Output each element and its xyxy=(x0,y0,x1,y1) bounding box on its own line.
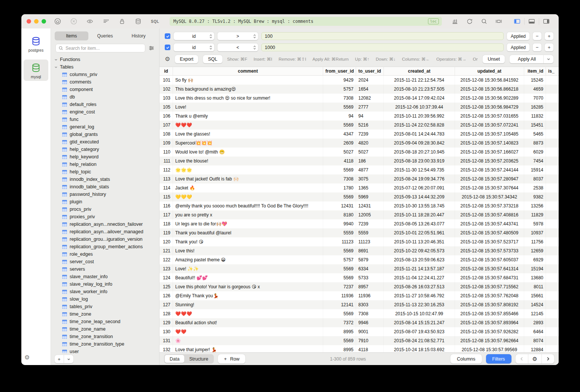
cell-updated_at[interactable]: 2015-12-08 15:30:57.031655 xyxy=(455,112,524,121)
cell-item_id[interactable]: 11829 xyxy=(524,210,546,219)
previous-page-button[interactable] xyxy=(516,354,528,364)
cell-to_user_id[interactable]: 9001 xyxy=(356,327,384,336)
cell-created_at[interactable]: 2015-08-14 15:15:21.247 xyxy=(384,318,455,327)
cell-comment[interactable]: ❤️❤️ xyxy=(173,327,323,336)
cell-updated_at[interactable]: 2015-12-08 15:30:57.523717 xyxy=(455,237,524,246)
sidebar-table-item[interactable]: comments xyxy=(51,78,159,86)
cell-id[interactable]: 108 xyxy=(160,130,173,139)
cell-from_user_id[interactable]: 5569 xyxy=(323,165,356,174)
cell-id[interactable]: 120 xyxy=(160,237,173,246)
sidebar-table-item[interactable]: gtid_executed xyxy=(51,138,159,146)
cell-item_id[interactable]: 2538 xyxy=(524,183,546,192)
cell-comment[interactable]: you are so pretty x xyxy=(173,210,323,219)
cell-created_at[interactable]: 2015-10-11 20:39:56.992 xyxy=(384,112,455,121)
table-row[interactable]: 103Love this dress so much 😍 so nice for… xyxy=(160,94,559,103)
table-row[interactable]: 122Amazing pastel theme 😁575758792015-08… xyxy=(160,255,559,264)
tab-structure[interactable]: Structure xyxy=(184,355,213,363)
lock-icon[interactable] xyxy=(119,18,125,25)
table-row[interactable]: 119Thank you beautiful @laurel5559555920… xyxy=(160,228,559,237)
cell-item_id[interactable]: 12145 xyxy=(524,309,546,318)
cell-comment[interactable]: Love this! xyxy=(173,246,323,255)
cell-from_user_id[interactable]: 4118 xyxy=(323,157,356,165)
cell-to_user_id[interactable]: 5733 xyxy=(356,273,384,282)
cell-comment[interactable]: Love this photo! Your hair is gorgeous 😘… xyxy=(173,282,323,291)
cell-comment[interactable]: Love the blouse! xyxy=(173,157,323,165)
cell-updated_at[interactable]: 2015-12-08 15:30:57.480509 xyxy=(455,228,524,237)
cell-to_user_id[interactable]: 6334 xyxy=(356,264,384,273)
cell-from_user_id[interactable]: 5569 xyxy=(323,264,356,273)
cell-item_id[interactable]: 15245 xyxy=(524,76,546,85)
cell-updated_at[interactable]: 2015-12-08 15:30:57.762048 xyxy=(455,291,524,300)
sidebar-table-item[interactable]: replication_grou...iguration_version xyxy=(51,235,159,243)
table-row[interactable]: 105Love!556927772015-12-06 10:37:39.4420… xyxy=(160,103,559,112)
cell-is_[interactable] xyxy=(546,273,559,282)
cell-item_id[interactable]: 8873 xyxy=(524,139,546,148)
cell-from_user_id[interactable]: 8995 xyxy=(323,327,356,336)
tab-history[interactable]: History xyxy=(122,31,155,40)
filter-sliders-icon[interactable] xyxy=(148,45,155,51)
cell-created_at[interactable]: 2015-10-01 22:05:51.961 xyxy=(384,228,455,237)
cell-to_user_id[interactable]: 2777 xyxy=(356,103,384,112)
cell-id[interactable]: 119 xyxy=(160,228,173,237)
cell-comment[interactable]: Thank u @emily xyxy=(173,112,323,121)
add-filter-button[interactable]: + xyxy=(545,32,553,40)
cancel-circle-icon[interactable] xyxy=(70,18,77,25)
cell-is_[interactable] xyxy=(546,103,559,112)
cell-item_id[interactable]: 12884 xyxy=(524,345,546,352)
cell-from_user_id[interactable]: 9429 xyxy=(323,76,356,85)
cell-created_at[interactable]: 2015-08-24 21:08:52.771 xyxy=(384,336,455,345)
cell-created_at[interactable]: 2015-11-21 22:12:54.754 xyxy=(384,76,455,85)
cell-is_[interactable] xyxy=(546,165,559,174)
refresh-icon[interactable] xyxy=(466,18,473,25)
table-row[interactable]: 130❤️❤️899590012015-08-07 19:43:50.92320… xyxy=(160,327,559,336)
sidebar-table-item[interactable]: replication_asyn...ailover_managed xyxy=(51,228,159,235)
cell-comment[interactable]: @Emily Thank you💃 xyxy=(173,291,323,300)
cell-updated_at[interactable]: 2015-12-08 15:30:57.605037 xyxy=(455,255,524,264)
structure-upload-icon[interactable] xyxy=(103,18,109,25)
table-row[interactable]: 102This background is amazing😍5757165420… xyxy=(160,85,559,94)
cell-id[interactable]: 115 xyxy=(160,192,173,201)
cell-to_user_id[interactable]: 5216 xyxy=(356,121,384,130)
cell-comment[interactable]: Love! xyxy=(173,103,323,112)
cell-item_id[interactable]: 16285 xyxy=(524,103,546,112)
cell-from_user_id[interactable]: 12431 xyxy=(323,201,356,210)
chevron-down-icon[interactable] xyxy=(543,55,553,63)
cell-item_id[interactable]: 11832 xyxy=(524,112,546,121)
cell-created_at[interactable]: 2015-10-30 13:55:18.745 xyxy=(384,201,455,210)
apply-all-button[interactable]: Apply All xyxy=(510,55,553,63)
cell-from_user_id[interactable]: 5559 xyxy=(323,228,356,237)
filter-operator-select[interactable]: > xyxy=(218,32,258,40)
sidebar-table-item[interactable]: server_cost xyxy=(51,258,159,265)
cell-from_user_id[interactable]: 5569 xyxy=(323,309,356,318)
sidebar-table-item[interactable]: engine_cost xyxy=(51,108,159,116)
cell-id[interactable]: 110 xyxy=(160,148,173,157)
cell-updated_at[interactable]: 2015-12-08 15:30:56.841592 xyxy=(455,76,524,85)
sidebar-table-item[interactable]: help_keyword xyxy=(51,153,159,161)
table-row[interactable]: 108Love the glasses!434772392015-08-01 1… xyxy=(160,130,559,139)
sidebar-table-item[interactable]: user xyxy=(51,348,159,353)
database-icon[interactable] xyxy=(135,18,142,25)
cell-item_id[interactable]: 8011 xyxy=(524,282,546,291)
cell-id[interactable]: 131 xyxy=(160,336,173,345)
connection-plug-icon[interactable] xyxy=(54,18,61,25)
applied-button[interactable]: Applied xyxy=(507,32,529,40)
cell-item_id[interactable]: 8037 xyxy=(524,174,546,183)
add-item-button[interactable]: + xyxy=(55,355,73,363)
cell-is_[interactable] xyxy=(546,264,559,273)
cell-id[interactable]: 105 xyxy=(160,103,173,112)
cell-updated_at[interactable]: 2015-12-08 15:30:57.641314 xyxy=(455,264,524,273)
remove-filter-button[interactable]: − xyxy=(533,32,541,40)
cell-is_[interactable] xyxy=(546,318,559,327)
sidebar-table-item[interactable]: time_zone xyxy=(51,310,159,318)
cell-is_[interactable] xyxy=(546,309,559,318)
cell-item_id[interactable]: 7454 xyxy=(524,157,546,165)
minimize-window-button[interactable] xyxy=(34,19,39,24)
cell-created_at[interactable]: 2015-11-21 14:13:57.187 xyxy=(384,264,455,273)
cell-id[interactable]: 123 xyxy=(160,264,173,273)
sidebar-table-item[interactable]: role_edges xyxy=(51,250,159,258)
cell-comment[interactable]: 🌸 xyxy=(173,336,323,345)
sidebar-table-item[interactable]: servers xyxy=(51,265,159,273)
cell-id[interactable]: 132 xyxy=(160,345,173,352)
cell-comment[interactable]: Would love to! @mith 😬 xyxy=(173,148,323,157)
sidebar-table-item[interactable]: columns_priv xyxy=(51,71,159,78)
